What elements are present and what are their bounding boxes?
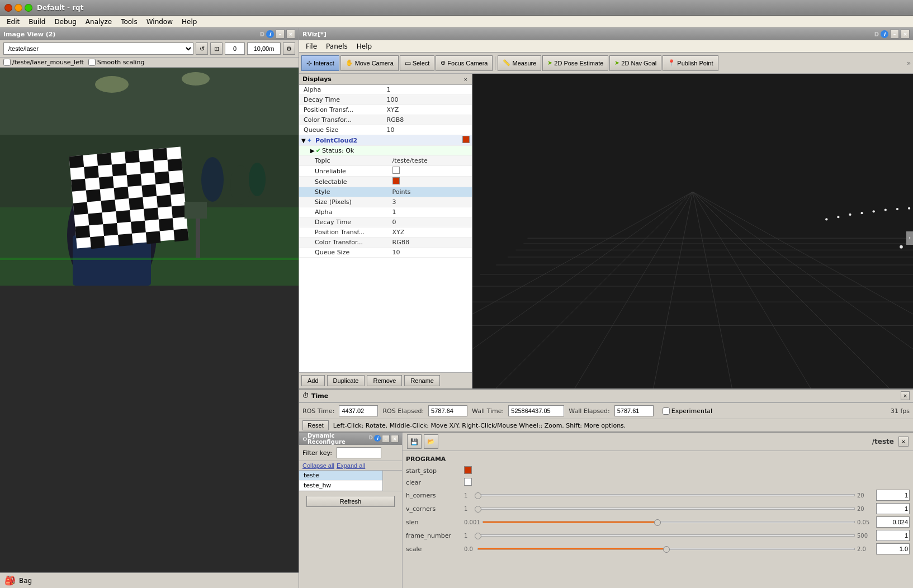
pc2-selectable-checkbox[interactable]: [392, 177, 470, 186]
displays-panel: Displays × Alpha 1 Decay Time 100 Positi…: [299, 74, 472, 388]
rviz-close[interactable]: ×: [901, 30, 910, 39]
pointcloud2-checkbox[interactable]: [462, 136, 470, 145]
maximize-button[interactable]: [25, 4, 32, 12]
menu-debug[interactable]: Debug: [50, 17, 81, 27]
measure-button[interactable]: 📏 Measure: [498, 55, 541, 71]
add-display-button[interactable]: Add: [301, 375, 325, 386]
move-camera-button[interactable]: ✋ Move Camera: [340, 55, 399, 71]
rviz-3d-viewport[interactable]: ›: [472, 74, 913, 388]
dynreconf-minimize[interactable]: –: [382, 435, 390, 443]
framenumber-value-input[interactable]: 1: [876, 530, 910, 541]
viewport-expand-arrow[interactable]: ›: [906, 231, 913, 245]
menu-edit[interactable]: Edit: [2, 17, 24, 27]
menu-window[interactable]: Window: [142, 17, 177, 27]
filter-key-input[interactable]: [337, 447, 381, 458]
image-view-minimize[interactable]: –: [276, 30, 285, 39]
focus-camera-button[interactable]: ⊕ Focus Camera: [436, 55, 493, 71]
nav-goal-button[interactable]: ➤ 2D Nav Goal: [609, 55, 661, 71]
fps-input[interactable]: 10,00m: [247, 42, 281, 55]
pose-estimate-button[interactable]: ➤ 2D Pose Estimate: [542, 55, 608, 71]
svg-rect-1: [0, 68, 299, 135]
experimental-label[interactable]: Experimental: [663, 407, 712, 415]
vcorners-slider-track[interactable]: [477, 505, 855, 513]
fit-icon-btn[interactable]: ⊡: [210, 42, 223, 55]
wall-elapsed-field[interactable]: 5787.61: [614, 405, 654, 416]
svg-rect-31: [103, 223, 118, 236]
clear-checkbox[interactable]: [464, 478, 472, 487]
svg-point-42: [182, 72, 210, 86]
experimental-checkbox[interactable]: [663, 407, 670, 415]
vcorners-value-input[interactable]: 1: [876, 503, 910, 514]
wall-time-field[interactable]: 525864437.05: [508, 405, 564, 416]
displays-close[interactable]: ×: [463, 76, 469, 83]
dynreconf-icon: ⚙: [302, 436, 308, 442]
rviz-menu-file[interactable]: File: [301, 41, 321, 51]
settings-icon-btn[interactable]: ⚙: [283, 42, 295, 55]
dynreconf-win-controls[interactable]: D i – ×: [369, 435, 399, 443]
collapse-all-button[interactable]: Collapse all: [302, 462, 334, 469]
topic-dropdown[interactable]: /teste/laser: [3, 42, 193, 55]
displays-title-bar: Displays ×: [299, 74, 472, 85]
scale-value-input[interactable]: 1.0: [876, 543, 910, 554]
rviz-win-controls[interactable]: D i – ×: [874, 30, 910, 39]
minimize-button[interactable]: [15, 4, 22, 12]
refresh-icon-btn[interactable]: ↺: [196, 42, 208, 55]
svg-rect-24: [129, 197, 144, 210]
slen-slider-track[interactable]: [482, 518, 855, 526]
toolbar-divider-1: [495, 56, 495, 70]
rename-display-button[interactable]: Rename: [404, 375, 440, 386]
svg-rect-18: [86, 189, 101, 202]
laser-mouse-checkbox[interactable]: [3, 59, 11, 66]
pc2-style-row[interactable]: Style Points: [299, 187, 472, 197]
slen-value-input[interactable]: 0.024: [876, 516, 910, 528]
publish-point-button[interactable]: 📍 Publish Point: [663, 55, 718, 71]
select-button[interactable]: ▭ Select: [400, 55, 435, 71]
hcorners-slider-track[interactable]: [477, 491, 855, 499]
menu-help[interactable]: Help: [177, 17, 201, 27]
scale-slider-track[interactable]: [477, 545, 855, 553]
dynreconf-close[interactable]: ×: [391, 435, 399, 443]
start-stop-checkbox[interactable]: [464, 466, 472, 476]
window-controls[interactable]: [4, 4, 32, 12]
param-row-frame-number: frame_number 1 500 1: [406, 529, 910, 542]
config-save-btn[interactable]: 💾: [407, 434, 422, 449]
reset-button[interactable]: Reset: [302, 420, 329, 430]
svg-rect-35: [118, 234, 133, 246]
framenumber-slider-track[interactable]: [477, 532, 855, 539]
config-close-btn[interactable]: ×: [898, 437, 909, 447]
ros-elapsed-field[interactable]: 5787.64: [428, 405, 467, 416]
config-load-btn[interactable]: 📂: [424, 434, 438, 449]
menu-analyze[interactable]: Analyze: [81, 17, 116, 27]
time-win-controls[interactable]: ×: [901, 391, 910, 400]
node-item-teste-hw[interactable]: teste_hw: [299, 481, 382, 491]
expand-all-button[interactable]: Expand all: [337, 462, 365, 469]
pc2-style-name: Style: [313, 188, 392, 196]
smooth-scaling-label[interactable]: Smooth scaling: [88, 59, 145, 66]
wall-time-label: Wall Time:: [472, 407, 504, 415]
image-view-controls[interactable]: D i – ×: [260, 30, 295, 39]
pointcloud2-row[interactable]: ▼ ✦ PointCloud2: [299, 135, 472, 146]
svg-point-40: [249, 163, 266, 196]
close-button[interactable]: [4, 4, 12, 12]
num-input[interactable]: 0: [225, 42, 245, 55]
menu-tools[interactable]: Tools: [116, 17, 142, 27]
time-close[interactable]: ×: [901, 391, 910, 400]
node-item-teste[interactable]: teste: [299, 471, 382, 481]
interact-button[interactable]: ⊹ Interact: [301, 55, 339, 71]
rviz-menu-help[interactable]: Help: [352, 41, 376, 51]
hcorners-value-input[interactable]: 1: [876, 490, 910, 501]
prop-name-alpha: Alpha: [301, 86, 387, 93]
refresh-button[interactable]: Refresh: [306, 496, 395, 507]
rviz-minimize[interactable]: –: [890, 30, 899, 39]
laser-mouse-label[interactable]: /teste/laser_mouse_left: [3, 59, 84, 66]
framenumber-min: 1: [464, 533, 475, 539]
image-view-close[interactable]: ×: [286, 30, 295, 39]
remove-display-button[interactable]: Remove: [367, 375, 402, 386]
rviz-menu-panels[interactable]: Panels: [321, 41, 352, 51]
pc2-coltrans-row: Color Transfor... RGB8: [299, 238, 472, 248]
ros-time-field[interactable]: 4437.02: [339, 405, 378, 416]
smooth-scaling-checkbox[interactable]: [88, 59, 96, 66]
pc2-unreliable-checkbox[interactable]: [392, 167, 470, 176]
menu-build[interactable]: Build: [24, 17, 50, 27]
duplicate-display-button[interactable]: Duplicate: [327, 375, 365, 386]
